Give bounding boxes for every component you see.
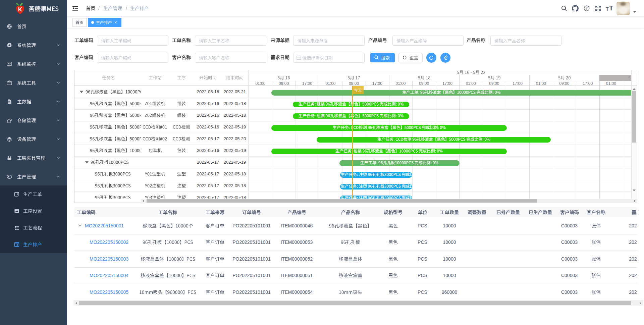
svg-text:K: K [18, 6, 22, 13]
svg-text:?: ? [586, 6, 588, 10]
